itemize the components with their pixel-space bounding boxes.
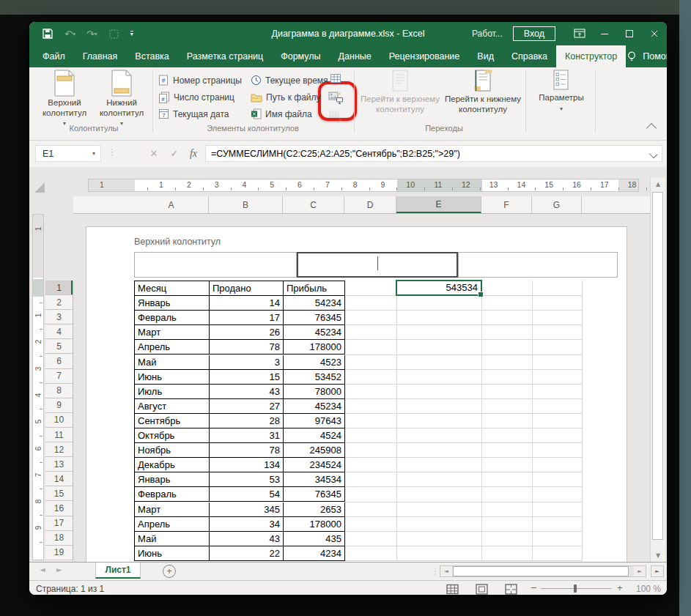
sheet-nav-left-icon[interactable]: ◄ [40, 565, 45, 574]
table-cell[interactable]: 245908 [284, 443, 345, 458]
cancel-icon[interactable]: ✕ [145, 145, 163, 162]
table-cell[interactable]: Июнь [135, 370, 210, 385]
fill-handle[interactable] [478, 292, 484, 297]
table-cell[interactable]: 78000 [284, 385, 345, 399]
column-header[interactable]: G [532, 196, 582, 213]
row-header[interactable]: 10 [45, 413, 73, 428]
table-cell[interactable]: 97643 [284, 414, 345, 428]
table-cell[interactable]: 17 [210, 311, 284, 325]
ribbon-tab[interactable]: Справка [503, 45, 556, 67]
options-button[interactable]: Параметры ▾ [533, 70, 589, 122]
ribbon-button[interactable]: #Номер страницы [158, 73, 242, 88]
column-header[interactable]: D [344, 196, 396, 213]
table-cell[interactable]: 45234 [284, 325, 345, 340]
vertical-scrollbar[interactable]: ▲ ▼ [650, 177, 665, 562]
ribbon-icon-button[interactable] [325, 89, 346, 106]
table-cell[interactable]: 34 [210, 517, 284, 532]
formula-bar-splitter[interactable]: ⋮ [107, 146, 117, 157]
table-cell[interactable]: Июль [135, 385, 210, 399]
row-header[interactable]: 3 [45, 310, 73, 324]
table-cell[interactable]: 15 [210, 370, 284, 385]
ribbon-button[interactable]: #Число страниц [158, 89, 234, 105]
table-cell[interactable]: 78 [210, 443, 284, 458]
name-box[interactable]: E1▾ [35, 145, 101, 162]
minimize-button[interactable] [592, 22, 617, 45]
table-cell[interactable]: 43 [210, 385, 284, 399]
insert-function-icon[interactable]: fx [185, 145, 202, 162]
select-all-corner[interactable] [34, 182, 45, 193]
table-cell[interactable]: 76345 [284, 311, 345, 325]
ribbon-tab[interactable]: Вставка [126, 45, 177, 67]
selected-cell-E1[interactable]: 543534 [396, 280, 482, 296]
row-header[interactable]: 19 [45, 546, 73, 560]
table-cell[interactable]: Месяц [135, 281, 210, 296]
ribbon-tab[interactable]: Главная [74, 45, 127, 67]
customize-qat-icon[interactable]: ▾ [130, 31, 133, 37]
table-cell[interactable]: 435 [284, 532, 345, 546]
table-cell[interactable]: Март [135, 325, 210, 340]
ribbon-button[interactable]: Текущее время [251, 73, 328, 88]
goto-footer-button[interactable]: Перейти к нижнему колонтитулу [441, 70, 525, 122]
column-header[interactable]: E [396, 196, 481, 213]
page-layout-view-icon[interactable] [473, 583, 489, 595]
zoom-in-icon[interactable]: + [617, 582, 623, 593]
ribbon-button[interactable]: 7Текущая дата [158, 106, 229, 122]
table-cell[interactable]: 4234 [284, 546, 345, 561]
collapse-ribbon-icon[interactable] [646, 123, 657, 133]
row-header[interactable]: 16 [45, 502, 73, 516]
name-box-arrow-icon[interactable]: ▾ [92, 150, 95, 157]
row-header[interactable]: 5 [45, 339, 73, 354]
table-cell[interactable]: Январь [135, 296, 210, 311]
column-header[interactable]: A [134, 196, 209, 213]
horizontal-scroll-thumb[interactable] [453, 566, 629, 576]
row-header[interactable]: 1 [45, 281, 73, 295]
zoom-slider-thumb[interactable] [574, 585, 577, 593]
table-cell[interactable]: Май [135, 532, 210, 546]
table-cell[interactable]: 34534 [284, 472, 345, 487]
sheet-nav-right-icon[interactable]: ► [56, 565, 62, 574]
table-cell[interactable]: 54 [210, 487, 284, 502]
row-header[interactable]: 17 [45, 516, 73, 531]
zoom-level[interactable]: 100 % [632, 584, 661, 594]
table-cell[interactable]: 22 [210, 546, 284, 561]
maximize-button[interactable] [617, 22, 642, 45]
table-cell[interactable]: Декабрь [135, 458, 210, 472]
account-name[interactable]: Работ... [472, 29, 503, 39]
row-header[interactable]: 18 [45, 531, 73, 546]
sign-in-button[interactable]: Вход [513, 26, 555, 41]
column-header[interactable]: F [481, 196, 532, 213]
ribbon-tab[interactable]: Конструктор [556, 45, 626, 67]
row-header[interactable]: 2 [45, 295, 73, 310]
table-cell[interactable]: 234524 [284, 458, 345, 472]
tabbar-splitter[interactable]: ⋮ [431, 566, 440, 576]
footer-button[interactable]: Нижний колонтитул ▾ [94, 70, 149, 122]
horizontal-scrollbar[interactable]: ◄ ► [440, 565, 646, 577]
row-header[interactable]: 11 [45, 428, 73, 442]
table-cell[interactable]: 4523 [284, 355, 345, 370]
table-cell[interactable]: 27 [210, 399, 284, 414]
row-header[interactable]: 4 [45, 324, 73, 339]
normal-view-icon[interactable] [444, 583, 460, 595]
zoom-out-icon[interactable]: − [531, 582, 536, 593]
column-header[interactable]: C [283, 196, 344, 213]
ribbon-tab[interactable]: Файл [34, 45, 74, 67]
table-cell[interactable]: Апрель [135, 340, 210, 355]
table-cell[interactable]: Продано [210, 281, 284, 296]
table-cell[interactable]: 178000 [284, 517, 345, 532]
scroll-up-icon[interactable]: ▲ [651, 177, 665, 190]
goto-header-button[interactable]: Перейти к верхнему колонтитулу [361, 70, 440, 122]
pane-scroll-right-icon[interactable]: ► [651, 565, 664, 577]
table-cell[interactable]: 345 [210, 502, 284, 517]
table-cell[interactable]: 3 [210, 355, 284, 370]
ribbon-tab[interactable]: Формулы [272, 45, 329, 67]
table-cell[interactable]: Февраль [135, 487, 210, 502]
table-cell[interactable]: 28 [210, 414, 284, 428]
table-cell[interactable]: Январь [135, 472, 210, 487]
table-cell[interactable]: 178000 [284, 340, 345, 355]
table-cell[interactable]: Февраль [135, 311, 210, 325]
scroll-down-icon[interactable]: ▼ [651, 549, 665, 562]
table-cell[interactable]: 43 [210, 532, 284, 546]
table-cell[interactable]: 2653 [284, 502, 345, 517]
scroll-left-icon[interactable]: ◄ [440, 566, 452, 576]
sheet-tab[interactable]: Лист1 [95, 563, 141, 579]
